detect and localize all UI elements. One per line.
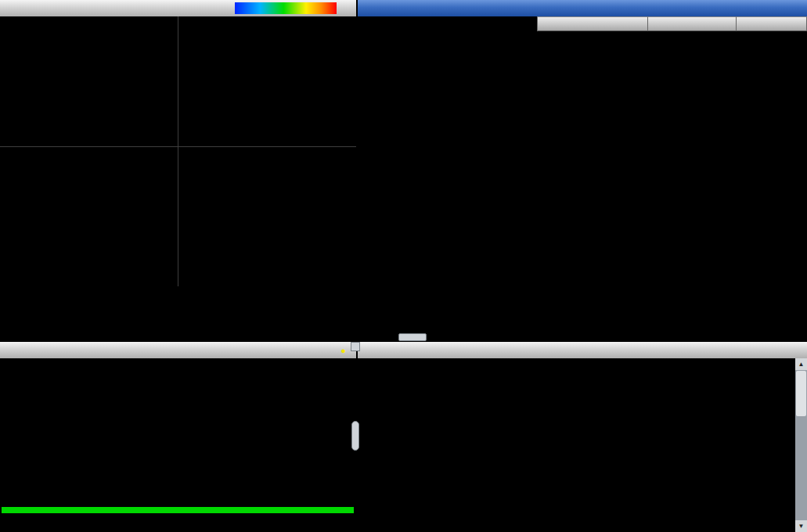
result-table-header — [537, 16, 807, 31]
capture-range-bar — [2, 507, 354, 513]
window-3-titlebar[interactable]: ● — [0, 342, 356, 358]
splitter-handle-vertical[interactable] — [351, 421, 359, 451]
symbols-scrollbar[interactable]: ▲ ▼ — [795, 358, 807, 532]
result-col-header-current — [538, 16, 648, 31]
window-result-summary — [358, 0, 807, 286]
trace-color-dot: ● — [340, 346, 346, 355]
symbols-table-area: ▲ ▼ — [358, 358, 807, 532]
window-2-titlebar[interactable] — [358, 0, 807, 16]
result-col-header-peak — [648, 16, 737, 31]
constellation-plot — [0, 16, 356, 286]
window-constellation — [0, 0, 356, 286]
magnitude-trace — [0, 358, 356, 516]
vsa-application-screen: ● ▲ ▼ — [0, 0, 807, 532]
splitter-handle-horizontal[interactable] — [398, 333, 427, 341]
window-4-titlebar[interactable] — [358, 342, 807, 358]
window-mag-capture: ● — [0, 342, 356, 532]
window-symbols: ▲ ▼ — [358, 342, 807, 532]
constellation-y-axis — [178, 16, 178, 286]
result-summary-table — [358, 16, 807, 286]
constellation-x-axis — [0, 146, 356, 147]
result-col-header-unit — [737, 16, 807, 31]
scroll-up-button[interactable]: ▲ — [795, 358, 807, 370]
splitter-handle-square[interactable] — [351, 342, 360, 351]
mag-plot — [0, 358, 356, 532]
window-1-titlebar[interactable] — [0, 0, 356, 16]
intensity-colorbar — [235, 2, 337, 14]
scroll-down-button[interactable]: ▼ — [795, 520, 807, 532]
scrollbar-thumb[interactable] — [796, 371, 806, 416]
